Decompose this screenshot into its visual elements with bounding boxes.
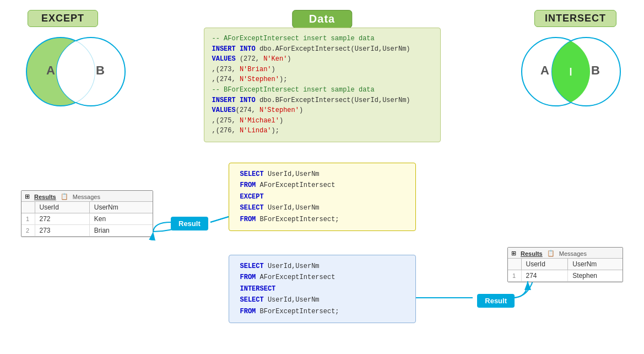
- svg-text:A: A: [46, 63, 55, 77]
- results-table-right: ⊞ Results 📋 Messages UserId UserNm 1 274…: [507, 247, 623, 282]
- result-button-left[interactable]: Result: [171, 217, 208, 230]
- except-label: EXCEPT: [28, 10, 98, 27]
- results-tabs-right: ⊞ Results 📋 Messages: [508, 248, 623, 259]
- result-data-table-right: UserId UserNm 1 274 Stephen: [508, 259, 623, 282]
- row-usernm: Ken: [89, 213, 153, 225]
- col-userid-right: UserId: [521, 259, 568, 270]
- data-label: Data: [292, 10, 352, 28]
- tab-results-left[interactable]: Results: [34, 194, 56, 200]
- venn-intersect: A B: [512, 28, 627, 116]
- row-index: 1: [21, 213, 35, 225]
- intersect-label: INTERSECT: [534, 10, 616, 27]
- messages-icon-left: 📋: [61, 193, 68, 200]
- result-data-table-left: UserId UserNm 1 272 Ken 2 273 Brian: [21, 202, 153, 237]
- venn-except: A B: [17, 28, 132, 116]
- row-userid: 274: [521, 270, 568, 282]
- grid-icon-right: ⊞: [511, 250, 516, 257]
- results-tabs-left: ⊞ Results 📋 Messages: [21, 191, 153, 202]
- page-container: EXCEPT INTERSECT Data A B: [0, 0, 644, 354]
- code-data-block: -- AForExceptIntersect insert sample dat…: [204, 28, 441, 142]
- row-userid: 273: [35, 225, 89, 237]
- col-userid-left: UserId: [35, 202, 89, 213]
- tab-messages-right[interactable]: Messages: [559, 250, 587, 257]
- row-usernm: Stephen: [568, 270, 623, 282]
- svg-line-17: [210, 217, 229, 222]
- row-userid: 272: [35, 213, 89, 225]
- messages-icon-right: 📋: [547, 250, 555, 257]
- svg-text:B: B: [591, 63, 600, 77]
- table-row: 1 272 Ken: [21, 213, 153, 225]
- grid-icon-left: ⊞: [25, 193, 30, 200]
- table-row: 2 273 Brian: [21, 225, 153, 237]
- row-usernm: Brian: [89, 225, 153, 237]
- col-usernm-left: UserNm: [89, 202, 153, 213]
- col-usernm-right: UserNm: [568, 259, 623, 270]
- code-except-block: SELECT UserId,UserNm FROM AForExceptInte…: [229, 163, 416, 231]
- tab-results-right[interactable]: Results: [521, 250, 543, 257]
- col-index-left: [21, 202, 35, 213]
- svg-text:A: A: [540, 63, 549, 77]
- col-index-right: [508, 259, 521, 270]
- code-intersect-block: SELECT UserId,UserNm FROM AForExceptInte…: [229, 255, 416, 323]
- result-button-right[interactable]: Result: [477, 294, 515, 308]
- svg-text:B: B: [96, 63, 105, 77]
- row-index: 2: [21, 225, 35, 237]
- results-table-left: ⊞ Results 📋 Messages UserId UserNm 1 272…: [21, 190, 153, 237]
- tab-messages-left[interactable]: Messages: [73, 194, 100, 200]
- row-index: 1: [508, 270, 521, 282]
- table-row: 1 274 Stephen: [508, 270, 623, 282]
